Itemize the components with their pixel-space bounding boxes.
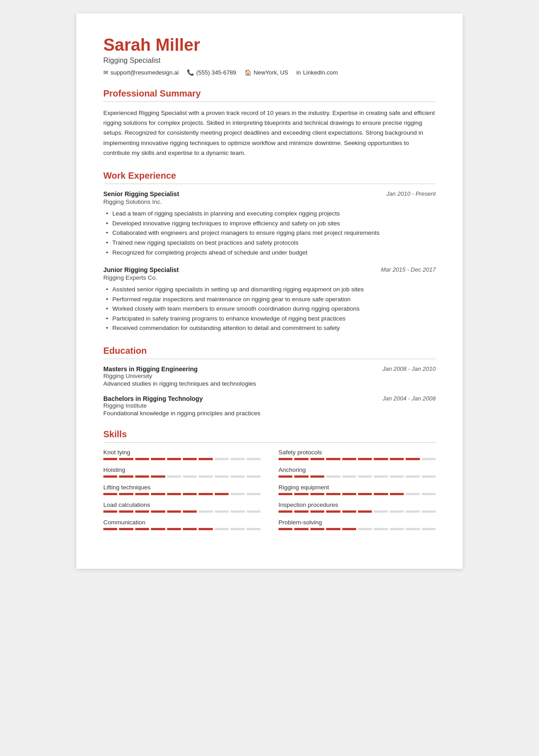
skill-bar-empty	[358, 475, 372, 478]
resume-container: Sarah Miller Rigging Specialist ✉ suppor…	[76, 13, 463, 569]
skill-name: Inspection procedures	[278, 501, 436, 508]
skill-item: Problem-solving	[278, 519, 436, 530]
skill-bar	[103, 458, 261, 460]
skill-bar-filled	[167, 458, 181, 460]
skill-bar-filled	[278, 493, 292, 495]
edu-entry: Bachelors in Rigging Technology Jan 2004…	[103, 395, 436, 417]
edu-entry: Masters in Rigging Engineering Jan 2008 …	[103, 365, 436, 387]
experience-title: Work Experience	[103, 171, 436, 181]
summary-section: Professional Summary Experienced Rigging…	[103, 88, 436, 158]
skill-bar-empty	[390, 528, 404, 530]
skills-divider	[103, 442, 436, 443]
job-header: Junior Rigging Specialist Mar 2015 - Dec…	[103, 266, 436, 273]
candidate-title: Rigging Specialist	[103, 57, 436, 65]
skill-bar-empty	[422, 528, 436, 530]
skill-name: Safety protocols	[278, 449, 436, 456]
skill-bar-filled	[183, 458, 197, 460]
candidate-name: Sarah Miller	[103, 36, 436, 55]
skill-bar-empty	[374, 528, 388, 530]
skill-bar-filled	[374, 458, 388, 460]
skill-bar-filled	[103, 493, 117, 495]
skill-bar-empty	[406, 528, 420, 530]
skill-bar-filled	[406, 458, 420, 460]
phone-icon: 📞	[187, 69, 194, 76]
skill-item: Lifting techniques	[103, 484, 261, 495]
skill-item: Rigging equipment	[278, 484, 436, 495]
skill-item: Inspection procedures	[278, 501, 436, 513]
edu-description: Advanced studies in rigging techniques a…	[103, 380, 436, 387]
skill-bar-empty	[247, 510, 261, 513]
job-title: Senior Rigging Specialist	[103, 190, 179, 198]
job-company: Rigging Solutions Inc.	[103, 198, 436, 205]
skill-name: Rigging equipment	[278, 484, 436, 491]
skill-bar-empty	[167, 475, 181, 478]
skill-item: Communication	[103, 519, 261, 530]
skill-item: Hoisting	[103, 466, 261, 478]
skill-bar-filled	[151, 458, 165, 460]
skill-name: Anchoring	[278, 466, 436, 473]
skill-bar-filled	[135, 493, 149, 495]
skill-bar-filled	[342, 458, 356, 460]
job-bullet: Developed innovative rigging techniques …	[105, 219, 436, 229]
skill-bar-empty	[215, 510, 229, 513]
skill-bar-filled	[183, 510, 197, 513]
edu-description: Foundational knowledge in rigging princi…	[103, 410, 436, 417]
skill-bar-empty	[374, 475, 388, 478]
contact-location: 🏠 NewYork, US	[244, 69, 288, 76]
job-bullet: Lead a team of rigging specialists in pl…	[105, 209, 436, 219]
skill-bar-filled	[278, 475, 292, 478]
skill-name: Communication	[103, 519, 261, 526]
skill-bar-filled	[119, 458, 133, 460]
skill-bar-filled	[167, 528, 181, 530]
skill-item: Knot tying	[103, 449, 261, 460]
edu-school: Rigging University	[103, 373, 436, 379]
skill-bar	[278, 475, 436, 478]
skill-bar-filled	[326, 528, 340, 530]
skill-bar-empty	[199, 475, 212, 478]
skill-bar-filled	[294, 493, 308, 495]
summary-divider	[103, 101, 436, 102]
skill-bar-empty	[215, 528, 229, 530]
skill-bar-empty	[215, 458, 229, 460]
skill-bar-filled	[103, 458, 117, 460]
job-bullet: Assisted senior rigging specialists in s…	[105, 285, 436, 294]
location-icon: 🏠	[244, 69, 252, 76]
skill-bar-empty	[390, 475, 404, 478]
skill-bar-filled	[310, 510, 324, 513]
skill-bar-filled	[103, 510, 117, 513]
skill-bar-empty	[374, 510, 388, 513]
summary-title: Professional Summary	[103, 88, 436, 99]
skill-bar-filled	[151, 475, 165, 478]
job-entry: Junior Rigging Specialist Mar 2015 - Dec…	[103, 266, 436, 333]
edu-school: Rigging Institute	[103, 402, 436, 409]
skill-bar	[103, 493, 261, 495]
skill-bar-filled	[183, 493, 197, 495]
skill-bar	[278, 510, 436, 513]
skill-item: Load calculations	[103, 501, 261, 513]
experience-section: Work Experience Senior Rigging Specialis…	[103, 171, 436, 333]
skill-bar-filled	[390, 493, 404, 495]
job-entry: Senior Rigging Specialist Jan 2010 - Pre…	[103, 190, 436, 257]
job-bullet: Trained new rigging specialists on best …	[105, 238, 436, 248]
education-section: Education Masters in Rigging Engineering…	[103, 346, 436, 417]
skill-bar-empty	[230, 510, 244, 513]
skill-bar-filled	[103, 528, 117, 530]
skill-bar-empty	[230, 528, 244, 530]
skill-bar-filled	[310, 475, 324, 478]
edu-dates: Jan 2004 - Jan 2008	[382, 395, 436, 402]
skill-bar-filled	[342, 493, 356, 495]
skill-bar-filled	[119, 510, 133, 513]
skill-bar-empty	[326, 475, 340, 478]
skill-bar-filled	[294, 458, 308, 460]
skill-bar-filled	[119, 528, 133, 530]
skill-bar-filled	[151, 510, 165, 513]
skill-bar-empty	[422, 493, 436, 495]
skills-title: Skills	[103, 429, 436, 440]
skill-bar-filled	[199, 458, 212, 460]
skill-bar-filled	[135, 510, 149, 513]
contact-linkedin: in LinkedIn.com	[296, 69, 338, 76]
job-bullet: Recognized for completing projects ahead…	[105, 248, 436, 258]
skill-bar-filled	[326, 458, 340, 460]
skill-bar-empty	[422, 475, 436, 478]
edu-degree: Masters in Rigging Engineering	[103, 365, 198, 373]
